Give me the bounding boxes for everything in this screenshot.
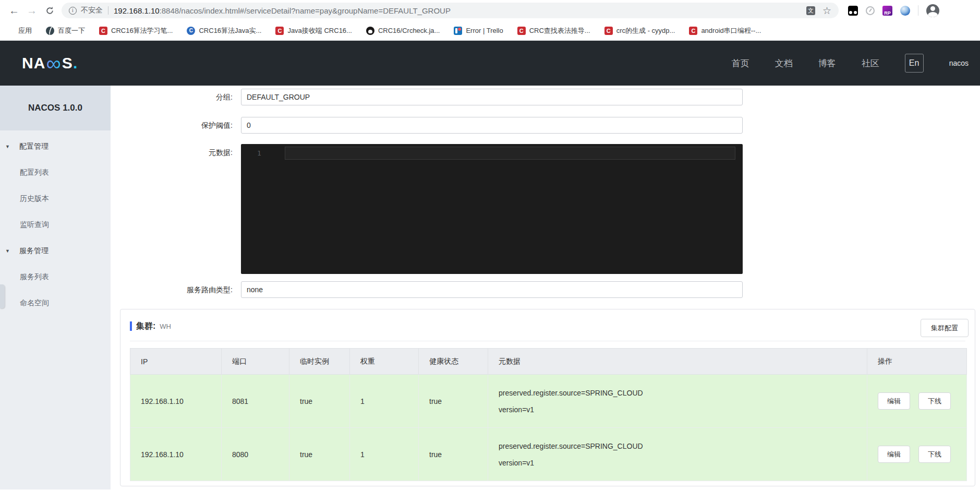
bookmark-github-crcheck[interactable]: CRC16/Crcheck.ja... xyxy=(366,27,440,35)
form-row-threshold: 保护阈值: xyxy=(111,117,980,134)
service-detail-content: 分组: 保护阈值: 元数据: 1 服务路由类型: 集群: WH xyxy=(111,86,980,489)
sidebar-menu: ▼ 配置管理 配置列表 历史版本 监听查询 ▼ 服务管理 服务列表 命名空间 xyxy=(0,130,111,316)
bookmark-label: android串口编程--... xyxy=(701,26,761,35)
editor-gutter: 1 xyxy=(241,144,277,274)
offline-button[interactable]: 下线 xyxy=(918,392,951,410)
cell-actions: 编辑 下线 xyxy=(867,375,967,428)
col-ephemeral: 临时实例 xyxy=(289,349,350,375)
cell-weight: 1 xyxy=(350,428,419,481)
page-info-icon[interactable]: i xyxy=(69,7,77,15)
col-actions: 操作 xyxy=(867,349,967,375)
sidebar-item-listen-query[interactable]: 监听查询 xyxy=(0,212,111,238)
bookmark-label: 应用 xyxy=(18,26,32,35)
cell-healthy: true xyxy=(419,428,488,481)
form-row-metadata: 元数据: 1 xyxy=(111,144,980,274)
protect-threshold-label: 保护阈值: xyxy=(111,117,241,134)
main-layout: NACOS 1.0.0 ▼ 配置管理 配置列表 历史版本 监听查询 ▼ 服务管理… xyxy=(0,86,980,489)
bookmark-crc16-notes[interactable]: C CRC16算法学习笔... xyxy=(99,26,173,35)
form-row-route-type: 服务路由类型: xyxy=(111,281,980,298)
sidebar-item-config-list[interactable]: 配置列表 xyxy=(0,160,111,186)
nav-link-home[interactable]: 首页 xyxy=(732,57,749,69)
cell-ephemeral: true xyxy=(289,375,350,428)
sidebar-item-history[interactable]: 历史版本 xyxy=(0,186,111,212)
nav-link-docs[interactable]: 文档 xyxy=(775,57,793,69)
sidebar-version-title: NACOS 1.0.0 xyxy=(0,86,111,130)
edit-button[interactable]: 编辑 xyxy=(878,392,910,410)
logged-in-user[interactable]: nacos xyxy=(949,59,969,67)
logo-dot: . xyxy=(73,54,78,72)
bookmark-crc-generate[interactable]: C crc的生成 - cyydp... xyxy=(604,26,675,35)
cell-ip: 192.168.1.10 xyxy=(130,428,222,481)
bookmark-crc-lookup[interactable]: C CRC查找表法推导... xyxy=(517,26,590,35)
cluster-name: WH xyxy=(160,322,171,330)
col-port: 端口 xyxy=(222,349,289,375)
divider xyxy=(108,6,108,15)
cluster-title-row: 集群: WH xyxy=(130,320,965,332)
metadata-line: preserved.register.source=SPRING_CLOUD xyxy=(499,438,867,455)
sidebar-item-service-list[interactable]: 服务列表 xyxy=(0,264,111,290)
chevron-down-icon: ▼ xyxy=(5,144,10,149)
col-metadata: 元数据 xyxy=(488,349,867,375)
sidebar-collapse-handle[interactable] xyxy=(0,284,5,308)
bookmark-trello[interactable]: Error | Trello xyxy=(454,27,503,35)
bookmark-label: 百度一下 xyxy=(58,26,85,35)
axure-rp-extension-icon[interactable]: RP xyxy=(882,6,892,16)
route-type-input[interactable] xyxy=(241,281,743,298)
address-bar[interactable]: i 不安全 192.168.1.10:8848/nacos/index.html… xyxy=(62,3,839,18)
bookmark-star-icon[interactable]: ☆ xyxy=(822,5,831,17)
csdn-icon: C xyxy=(689,27,697,35)
gauge-extension-icon[interactable] xyxy=(866,6,875,15)
browser-profile-avatar[interactable] xyxy=(926,4,939,17)
protect-threshold-input[interactable] xyxy=(241,117,743,134)
back-button[interactable]: ← xyxy=(5,2,23,19)
url-text[interactable]: 192.168.1.10:8848/nacos/index.html#/serv… xyxy=(114,6,806,15)
browser-toolbar: ← → i 不安全 192.168.1.10:8848/nacos/index.… xyxy=(0,0,980,21)
nacos-top-header: NA∞S. 首页 文档 博客 社区 En nacos xyxy=(0,41,980,86)
translate-icon[interactable]: 文 xyxy=(806,6,815,15)
language-toggle-button[interactable]: En xyxy=(905,54,924,73)
chevron-down-icon: ▼ xyxy=(5,248,10,254)
bookmarks-bar: 应用 百度一下 C CRC16算法学习笔... C CRC16算法Java实..… xyxy=(0,21,980,41)
offline-button[interactable]: 下线 xyxy=(918,446,951,463)
nacos-logo[interactable]: NA∞S. xyxy=(22,54,78,72)
bookmark-baidu[interactable]: 百度一下 xyxy=(46,26,85,35)
tampermonkey-extension-icon[interactable] xyxy=(848,6,858,16)
table-row: 192.168.1.10 8081 true 1 true preserved.… xyxy=(130,375,967,428)
cluster-config-button[interactable]: 集群配置 xyxy=(921,319,969,337)
sidebar-section-service[interactable]: ▼ 服务管理 xyxy=(0,238,111,264)
bookmark-apps[interactable]: 应用 xyxy=(6,26,32,35)
group-input[interactable] xyxy=(241,89,743,105)
metadata-code-editor[interactable]: 1 xyxy=(241,144,743,274)
reload-button[interactable] xyxy=(41,2,58,19)
logo-text: NA xyxy=(22,54,45,72)
url-path: :8848/nacos/index.html#/serviceDetail?na… xyxy=(160,6,451,15)
form-row-group: 分组: xyxy=(111,89,980,105)
metadata-line: version=v1 xyxy=(499,455,867,471)
sidebar-section-config[interactable]: ▼ 配置管理 xyxy=(0,134,111,160)
table-row: 192.168.1.10 8080 true 1 true preserved.… xyxy=(130,428,967,481)
cell-ip: 192.168.1.10 xyxy=(130,375,222,428)
bookmark-android-serial[interactable]: C android串口编程--... xyxy=(689,26,761,35)
nav-link-community[interactable]: 社区 xyxy=(862,57,879,69)
csdn-icon: C xyxy=(517,27,526,35)
sidebar-item-namespace[interactable]: 命名空间 xyxy=(0,290,111,316)
edit-button[interactable]: 编辑 xyxy=(878,446,910,463)
nav-link-blog[interactable]: 博客 xyxy=(818,57,836,69)
apps-grid-icon xyxy=(6,27,15,35)
route-type-label: 服务路由类型: xyxy=(111,281,241,298)
orb-extension-icon[interactable] xyxy=(900,6,910,16)
cell-ephemeral: true xyxy=(289,428,350,481)
bookmark-label: CRC16算法Java实... xyxy=(199,26,261,35)
csdn-icon: C xyxy=(604,27,613,35)
bookmark-crc16-java[interactable]: C CRC16算法Java实... xyxy=(187,26,261,35)
cell-metadata: preserved.register.source=SPRING_CLOUD v… xyxy=(488,375,867,428)
col-healthy: 健康状态 xyxy=(419,349,488,375)
logo-text: S xyxy=(62,54,73,72)
reload-icon xyxy=(45,6,54,15)
cluster-card: 集群: WH 集群配置 IP 端口 临时实例 权重 健康状态 元数 xyxy=(120,309,975,486)
bookmark-label: crc的生成 - cyydp... xyxy=(616,26,675,35)
editor-current-line[interactable] xyxy=(285,147,735,160)
forward-button[interactable]: → xyxy=(23,2,41,19)
bookmark-java-receiver[interactable]: C Java接收端 CRC16... xyxy=(275,26,352,35)
metadata-label: 元数据: xyxy=(111,144,241,274)
